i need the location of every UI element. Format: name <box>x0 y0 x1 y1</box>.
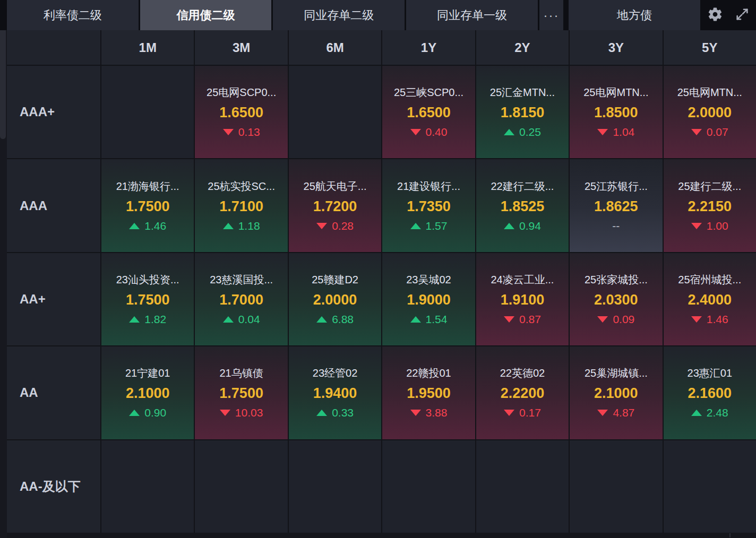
quote-cell[interactable]: 23吴城021.90001.54 <box>382 253 475 345</box>
quote-cell[interactable]: 25赣建D22.00006.88 <box>289 253 381 345</box>
quote-cell[interactable]: 25江苏银行...1.8625-- <box>570 159 662 251</box>
quote-cell[interactable]: 25张家城投...2.03000.09 <box>570 253 662 345</box>
empty-cell <box>101 440 194 533</box>
bond-name: 21渤海银行... <box>116 179 179 194</box>
tab-3[interactable]: 同业存单二级 <box>273 0 405 30</box>
quote-value: 2.0300 <box>594 292 638 308</box>
down-triangle-icon <box>597 316 608 323</box>
column-header-3m: 3M <box>195 30 287 65</box>
quote-value: 1.7100 <box>219 198 263 215</box>
quote-change: 3.88 <box>410 406 448 419</box>
quote-cell[interactable]: 23惠汇012.16002.48 <box>664 346 756 439</box>
quote-change: 1.18 <box>223 220 260 232</box>
quote-cell[interactable]: 25杭实投SC...1.71001.18 <box>195 159 287 251</box>
bond-quote-app: 利率债二级信用债二级同业存单二级同业存单一级···地方债 1M3M6M1Y2Y3… <box>0 0 756 538</box>
quote-change: 0.04 <box>223 313 260 326</box>
quote-cell[interactable]: 23汕头投资...1.75001.82 <box>101 253 194 345</box>
up-triangle-icon <box>691 410 702 416</box>
quote-change: 0.28 <box>316 220 354 232</box>
bond-name: 23吴城02 <box>406 273 451 287</box>
change-value: 1.04 <box>613 126 634 138</box>
tab-4[interactable]: 同业存单一级 <box>406 0 538 30</box>
change-value: 4.87 <box>613 406 634 419</box>
quote-cell[interactable]: 25三峡SCP0...1.65000.40 <box>382 66 475 158</box>
empty-cell <box>289 66 381 158</box>
quote-cell[interactable]: 21乌镇债1.750010.03 <box>195 346 287 439</box>
quote-value: 1.8525 <box>501 198 545 215</box>
column-header-1y: 1Y <box>382 30 475 65</box>
tab-2[interactable]: 信用债二级 <box>140 0 272 30</box>
quote-change: 0.94 <box>504 220 541 232</box>
quote-cell[interactable]: 25巢湖城镇...2.10004.87 <box>570 346 662 439</box>
quote-change: 1.57 <box>410 220 448 232</box>
quote-value: 2.2150 <box>688 198 732 215</box>
quote-cell[interactable]: 22英德022.22000.17 <box>476 346 569 439</box>
quote-cell[interactable]: 21宁建012.10000.90 <box>101 346 194 439</box>
quote-change: 0.40 <box>410 126 448 138</box>
quote-value: 1.9000 <box>407 292 451 308</box>
change-value: 0.90 <box>144 406 166 419</box>
change-value: 0.25 <box>519 126 541 138</box>
bond-name: 21宁建01 <box>125 366 170 380</box>
quote-cell[interactable]: 22赣投011.95003.88 <box>382 346 475 439</box>
column-header-2y: 2Y <box>476 30 569 65</box>
quote-cell[interactable]: 25航天电子...1.72000.28 <box>289 159 381 251</box>
more-tabs-button[interactable]: ··· <box>539 0 563 30</box>
change-value: 1.54 <box>426 313 448 326</box>
down-triangle-icon <box>691 223 702 229</box>
quote-change: 0.33 <box>316 406 354 419</box>
quote-change: 10.03 <box>220 406 263 419</box>
expand-button[interactable] <box>729 0 756 30</box>
quote-value: 1.7200 <box>313 198 357 215</box>
quote-change: 4.87 <box>597 406 634 419</box>
change-value: 0.13 <box>238 126 260 138</box>
quote-cell[interactable]: 21渤海银行...1.75001.46 <box>101 159 194 251</box>
left-scrollbar-thumb[interactable] <box>0 30 6 139</box>
quote-value: 1.7500 <box>126 292 170 308</box>
empty-cell <box>101 66 194 158</box>
bond-name: 21建设银行... <box>397 179 460 194</box>
quote-change: 1.46 <box>691 313 728 326</box>
quote-value: 2.1600 <box>688 385 732 402</box>
bond-name: 22赣投01 <box>406 366 451 380</box>
quote-change: 1.00 <box>691 220 728 232</box>
tab-5[interactable]: 地方债 <box>569 0 700 30</box>
quote-cell[interactable]: 25电网MTN...2.00000.07 <box>664 66 756 158</box>
tab-1[interactable]: 利率债二级 <box>7 0 139 30</box>
change-value: 0.17 <box>519 406 541 419</box>
down-triangle-icon <box>316 223 327 229</box>
quote-cell[interactable]: 25电网MTN...1.85001.04 <box>570 66 662 158</box>
quote-cell[interactable]: 24凌云工业...1.91000.87 <box>476 253 569 345</box>
quote-change: 0.09 <box>597 313 634 326</box>
quote-cell[interactable]: 25宿州城投...2.40001.46 <box>664 253 756 345</box>
gear-icon <box>707 6 723 24</box>
empty-cell <box>382 440 475 533</box>
settings-button[interactable] <box>702 0 729 30</box>
change-value: -- <box>612 220 620 232</box>
quote-cell[interactable]: 23经管021.94000.33 <box>289 346 381 439</box>
quote-change: 0.87 <box>504 313 541 326</box>
change-value: 10.03 <box>235 406 263 419</box>
change-value: 0.94 <box>519 220 541 232</box>
row-label-0: AAA+ <box>7 66 100 158</box>
quote-cell[interactable]: 23慈溪国投...1.70000.04 <box>195 253 287 345</box>
down-triangle-icon <box>504 410 514 416</box>
bottom-scrollbar-divider <box>729 533 731 537</box>
bond-name: 23慈溪国投... <box>210 273 273 287</box>
down-triangle-icon <box>410 129 421 135</box>
change-value: 1.46 <box>707 313 728 326</box>
quote-value: 2.1000 <box>126 385 170 402</box>
quote-cell[interactable]: 25汇金MTN...1.81500.25 <box>476 66 569 158</box>
bond-name: 25三峡SCP0... <box>394 85 463 100</box>
bond-name: 25江苏银行... <box>585 179 648 194</box>
bottom-scrollbar-track <box>7 533 756 538</box>
quote-cell[interactable]: 25建行二级...2.21501.00 <box>664 159 756 251</box>
quote-change: 0.25 <box>504 126 541 138</box>
quote-cell[interactable]: 25电网SCP0...1.65000.13 <box>195 66 287 158</box>
quote-cell[interactable]: 22建行二级...1.85250.94 <box>476 159 569 251</box>
quote-value: 1.6500 <box>219 105 263 121</box>
bond-name: 21乌镇债 <box>220 366 263 380</box>
quote-cell[interactable]: 21建设银行...1.73501.57 <box>382 159 475 251</box>
empty-cell <box>664 440 756 533</box>
up-triangle-icon <box>504 223 514 229</box>
